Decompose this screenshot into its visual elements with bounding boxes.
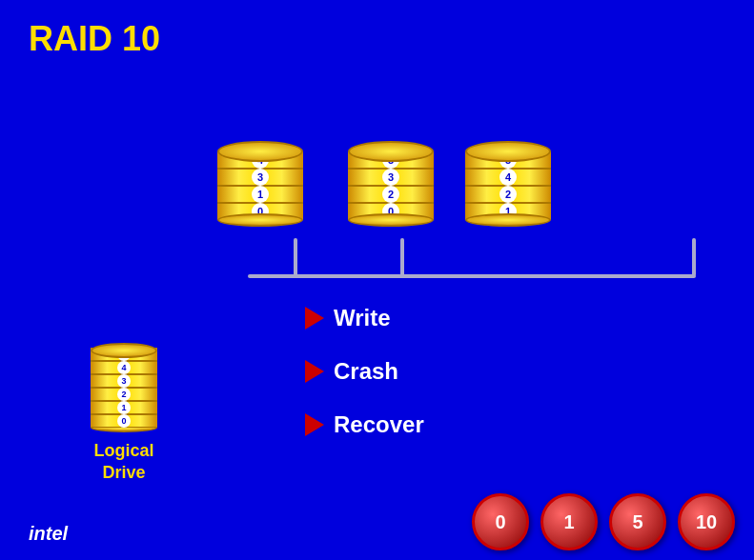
write-icon (305, 307, 324, 330)
logical-drive: 5 4 3 2 1 0 LogicalDrive (91, 343, 157, 485)
connector-bar (248, 274, 696, 278)
recover-icon (305, 413, 324, 436)
nav-btn-5[interactable]: 5 (609, 493, 666, 550)
connector-line-3 (692, 238, 696, 276)
recover-label: Recover (334, 411, 424, 438)
nav-btn-1[interactable]: 1 (540, 493, 598, 550)
disk-3: 5 4 2 1 (465, 141, 551, 227)
connector-line-2 (400, 238, 404, 276)
connector-line-1 (294, 238, 297, 276)
intel-logo: intel (29, 523, 68, 545)
disk-1: 4 3 1 0 (217, 141, 303, 227)
nav-btn-0[interactable]: 0 (472, 493, 529, 550)
nav-btn-10[interactable]: 10 (678, 493, 735, 550)
crash-button[interactable]: Crash (305, 358, 424, 385)
page-title: RAID 10 (29, 19, 160, 59)
disk-2: 5 3 2 0 (348, 141, 434, 227)
write-label: Write (334, 305, 391, 331)
recover-button[interactable]: Recover (305, 411, 424, 438)
nav-buttons: 0 1 5 10 (472, 493, 735, 550)
crash-icon (305, 360, 324, 383)
write-button[interactable]: Write (305, 305, 424, 331)
logical-drive-label: LogicalDrive (91, 440, 157, 485)
crash-label: Crash (334, 358, 398, 385)
actions-panel: Write Crash Recover (305, 305, 424, 465)
